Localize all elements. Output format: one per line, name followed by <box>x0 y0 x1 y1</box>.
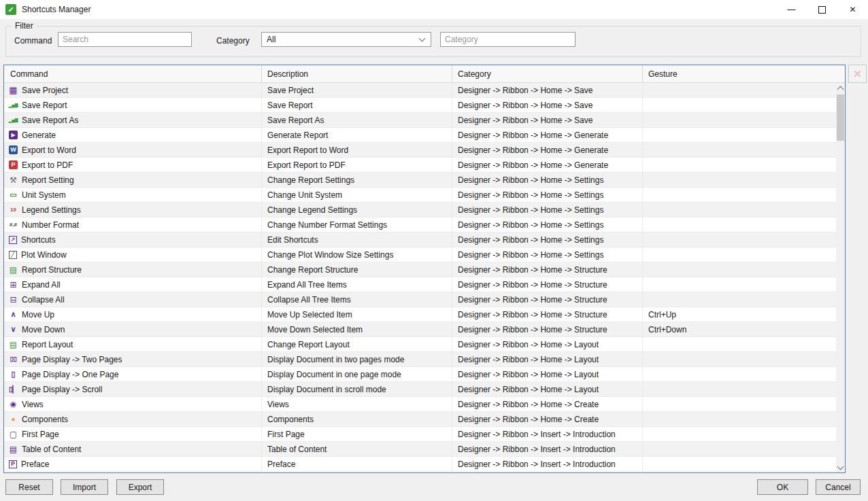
table-row[interactable]: ▯▯Page Display -> Two PagesDisplay Docum… <box>4 352 836 367</box>
description-cell: Change Report Structure <box>261 262 452 277</box>
table-row[interactable]: ▂▅▇Save ReportSave ReportDesigner -> Rib… <box>4 98 836 113</box>
maximize-button[interactable] <box>807 0 837 19</box>
table-row[interactable]: WExport to WordExport Report to WordDesi… <box>4 143 836 158</box>
table-row[interactable]: ●ComponentsComponentsDesigner -> Ribbon … <box>4 412 836 427</box>
category-cell: Designer -> Ribbon -> Insert -> Introduc… <box>452 457 642 471</box>
category-cell: Designer -> Ribbon -> Home -> Structure <box>452 277 642 292</box>
description-cell: Components <box>261 412 452 426</box>
description-cell: Change Legend Settings <box>261 203 452 217</box>
scroll-down-button[interactable] <box>836 462 845 472</box>
table-row[interactable]: ╱Plot WindowChange Plot Window Size Sett… <box>4 247 836 262</box>
description-cell: Generate Report <box>261 128 452 142</box>
command-label: Move Down <box>22 325 65 334</box>
table-row[interactable]: ▭Unit SystemChange Unit SystemDesigner -… <box>4 188 836 203</box>
reset-button[interactable]: Reset <box>5 479 53 495</box>
command-cell: ∧Move Up <box>4 307 261 322</box>
table-row[interactable]: ▂▅▇Save Report AsSave Report AsDesigner … <box>4 113 836 128</box>
gesture-cell <box>642 188 836 202</box>
ok-button[interactable]: OK <box>757 479 808 495</box>
clear-gesture-button[interactable]: ✕ <box>848 65 867 83</box>
import-button[interactable]: Import <box>61 479 108 495</box>
description-cell: Expand All Tree Items <box>261 277 452 292</box>
column-header-category[interactable]: Category <box>452 65 642 82</box>
table-row[interactable]: ▶GenerateGenerate ReportDesigner -> Ribb… <box>4 128 836 143</box>
table-body: ▦Save ProjectSave ProjectDesigner -> Rib… <box>4 83 845 472</box>
description-cell: Change Plot Window Size Settings <box>261 247 452 262</box>
report-setting-icon: ⚒ <box>8 175 18 185</box>
header-spacer <box>836 65 845 82</box>
table-row[interactable]: ⊞Expand AllExpand All Tree ItemsDesigner… <box>4 277 836 292</box>
category-cell: Designer -> Ribbon -> Home -> Settings <box>452 218 642 232</box>
command-label: Report Setting <box>22 175 74 185</box>
gesture-cell <box>642 218 836 232</box>
chevron-down-icon <box>419 35 426 42</box>
category-cell: Designer -> Ribbon -> Home -> Structure <box>452 262 642 277</box>
table-row[interactable]: ▢First PageFirst PageDesigner -> Ribbon … <box>4 427 836 442</box>
column-header-gesture[interactable]: Gesture <box>642 65 836 82</box>
command-cell: ▦Save Project <box>4 83 261 97</box>
gesture-cell <box>642 427 836 441</box>
table-of-content-icon: ▤ <box>8 444 18 454</box>
table-row[interactable]: 10Legend SettingsChange Legend SettingsD… <box>4 203 836 218</box>
description-cell: Preface <box>261 457 452 471</box>
table-row[interactable]: ▦Save ProjectSave ProjectDesigner -> Rib… <box>4 83 836 98</box>
table-row[interactable]: ∧Move UpMove Up Selected ItemDesigner ->… <box>4 307 836 322</box>
category-dropdown[interactable]: All <box>261 32 431 47</box>
command-label: Page Display -> One Page <box>22 370 118 379</box>
command-cell: ⚒Report Setting <box>4 173 261 187</box>
table-row[interactable]: ▯Page Display -> One PageDisplay Documen… <box>4 367 836 382</box>
command-cell: ▶Generate <box>4 128 261 142</box>
save-report-as-icon: ▂▅▇ <box>8 115 18 125</box>
category-cell: Designer -> Ribbon -> Insert -> Introduc… <box>452 427 642 441</box>
command-label: Export to Word <box>22 145 76 155</box>
command-cell: WExport to Word <box>4 143 261 157</box>
command-cell: ▂▅▇Save Report <box>4 98 261 112</box>
table-row[interactable]: ◉ViewsViewsDesigner -> Ribbon -> Home ->… <box>4 397 836 412</box>
table-row[interactable]: ⊟Collapse AllCollapse All Tree ItemsDesi… <box>4 292 836 307</box>
vertical-scrollbar[interactable] <box>836 83 845 472</box>
command-cell: ▯▏Page Display -> Scroll <box>4 382 261 396</box>
filter-legend: Filter <box>12 21 37 31</box>
scrollbar-thumb[interactable] <box>837 94 844 141</box>
gesture-cell <box>642 247 836 262</box>
column-header-command[interactable]: Command <box>4 65 261 82</box>
cancel-button[interactable]: Cancel <box>816 479 861 495</box>
scroll-up-button[interactable] <box>836 83 845 93</box>
minimize-button[interactable]: — <box>776 0 807 19</box>
column-header-description[interactable]: Description <box>261 65 452 82</box>
command-label: Generate <box>22 131 56 140</box>
legend-settings-icon: 10 <box>8 205 18 215</box>
gesture-cell <box>642 337 836 351</box>
command-cell: ▢First Page <box>4 427 261 441</box>
close-button[interactable]: ✕ <box>837 0 868 19</box>
table-row[interactable]: ▤Report LayoutChange Report LayoutDesign… <box>4 337 836 352</box>
command-cell: ⊞Expand All <box>4 277 261 292</box>
description-cell: Change Number Format Settings <box>261 218 452 232</box>
category-filter-input[interactable] <box>440 32 575 47</box>
first-page-icon: ▢ <box>8 429 18 439</box>
maximize-icon <box>818 6 826 14</box>
command-label: First Page <box>22 430 59 439</box>
command-cell: ⊟Collapse All <box>4 292 261 307</box>
command-cell: ◉Views <box>4 397 261 411</box>
export-button[interactable]: Export <box>116 479 164 495</box>
table-row[interactable]: ▤Table of ContentTable of ContentDesigne… <box>4 442 836 457</box>
category-cell: Designer -> Ribbon -> Home -> Layout <box>452 352 642 366</box>
command-search-input[interactable] <box>58 32 192 47</box>
table-row[interactable]: ∨Move DownMove Down Selected ItemDesigne… <box>4 322 836 337</box>
table-row[interactable]: ↗ShortcutsEdit ShortcutsDesigner -> Ribb… <box>4 232 836 247</box>
window-controls: — ✕ <box>776 0 868 19</box>
description-cell: Export Report to Word <box>261 143 452 157</box>
table-row[interactable]: ⚒Report SettingChange Report SettingsDes… <box>4 173 836 188</box>
gesture-cell <box>642 277 836 292</box>
table-row[interactable]: ▤Report StructureChange Report Structure… <box>4 262 836 277</box>
table-row[interactable]: PPrefacePrefaceDesigner -> Ribbon -> Ins… <box>4 457 836 472</box>
description-cell: First Page <box>261 427 452 441</box>
category-cell: Designer -> Ribbon -> Home -> Save <box>452 83 642 97</box>
table-row[interactable]: ▯▏Page Display -> ScrollDisplay Document… <box>4 382 836 397</box>
table-row[interactable]: #.#Number FormatChange Number Format Set… <box>4 218 836 232</box>
category-cell: Designer -> Ribbon -> Home -> Generate <box>452 158 642 172</box>
command-label: Components <box>22 415 68 424</box>
table-row[interactable]: PExport to PDFExport Report to PDFDesign… <box>4 158 836 173</box>
description-cell: Change Report Settings <box>261 173 452 187</box>
